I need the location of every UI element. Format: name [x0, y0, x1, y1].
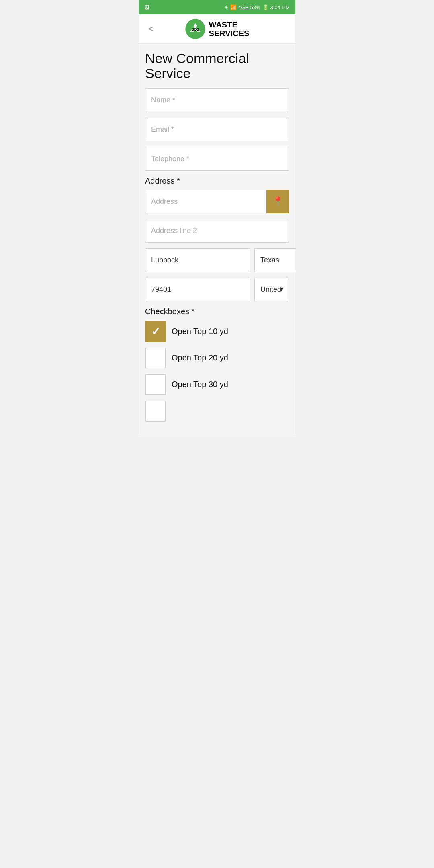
status-bar: 🖼 ✳ 📶 4GE 53% 🔋 3:04 PM	[139, 0, 295, 14]
logo-text: WASTE SERVICES	[209, 20, 250, 38]
signal-strength: 4GE	[238, 4, 249, 10]
checkbox-item-4-box[interactable]	[145, 401, 166, 422]
battery-level: 53%	[250, 4, 261, 10]
address-line2-field[interactable]	[145, 219, 289, 243]
battery-icon: 🔋	[262, 4, 269, 10]
checkbox-label-2: Open Top 20 yd	[172, 353, 228, 362]
address-input-wrapper: 📍	[145, 190, 289, 213]
name-field[interactable]	[145, 88, 289, 112]
state-field[interactable]	[254, 248, 295, 272]
checkbox-item-4	[145, 401, 289, 422]
app-header: < SOS WASTE SERVICES	[139, 14, 295, 44]
email-field[interactable]	[145, 118, 289, 141]
checkbox-label-3: Open Top 30 yd	[172, 380, 228, 389]
checkboxes-label: Checkboxes *	[145, 307, 289, 316]
image-icon: 🖼	[144, 4, 149, 10]
location-button[interactable]: 📍	[266, 190, 289, 213]
country-select[interactable]: United St...	[255, 278, 289, 301]
svg-text:SOS: SOS	[192, 27, 199, 31]
back-chevron-icon: <	[148, 24, 154, 34]
checkbox-open-top-10[interactable]: ✓	[145, 321, 166, 342]
time-display: 3:04 PM	[270, 4, 290, 10]
checkbox-item-3: Open Top 30 yd	[145, 374, 289, 395]
location-pin-icon: 📍	[272, 196, 283, 207]
telephone-field[interactable]	[145, 147, 289, 171]
status-left: 🖼	[144, 4, 149, 10]
zip-country-row: United St... ▼	[145, 278, 289, 301]
wifi-icon: 📶	[230, 4, 237, 10]
city-field[interactable]	[145, 248, 250, 272]
zip-field[interactable]	[145, 278, 250, 301]
back-button[interactable]: <	[145, 22, 157, 36]
checkbox-label-1: Open Top 10 yd	[172, 327, 228, 336]
status-right: ✳ 📶 4GE 53% 🔋 3:04 PM	[224, 4, 290, 10]
main-content: New Commercial Service Address * 📍 Unite…	[139, 44, 295, 437]
page-title: New Commercial Service	[145, 51, 289, 81]
country-select-wrapper: United St... ▼	[254, 278, 289, 301]
checkbox-item-1: ✓ Open Top 10 yd	[145, 321, 289, 342]
checkmark-icon: ✓	[151, 326, 160, 337]
logo-container: SOS WASTE SERVICES	[185, 18, 250, 39]
checkbox-open-top-30[interactable]	[145, 374, 166, 395]
city-state-row	[145, 248, 289, 272]
bluetooth-icon: ✳	[224, 4, 229, 10]
address-label: Address *	[145, 176, 289, 186]
checkbox-item-2: Open Top 20 yd	[145, 348, 289, 368]
checkbox-open-top-20[interactable]	[145, 348, 166, 368]
logo-icon: SOS	[185, 18, 206, 39]
